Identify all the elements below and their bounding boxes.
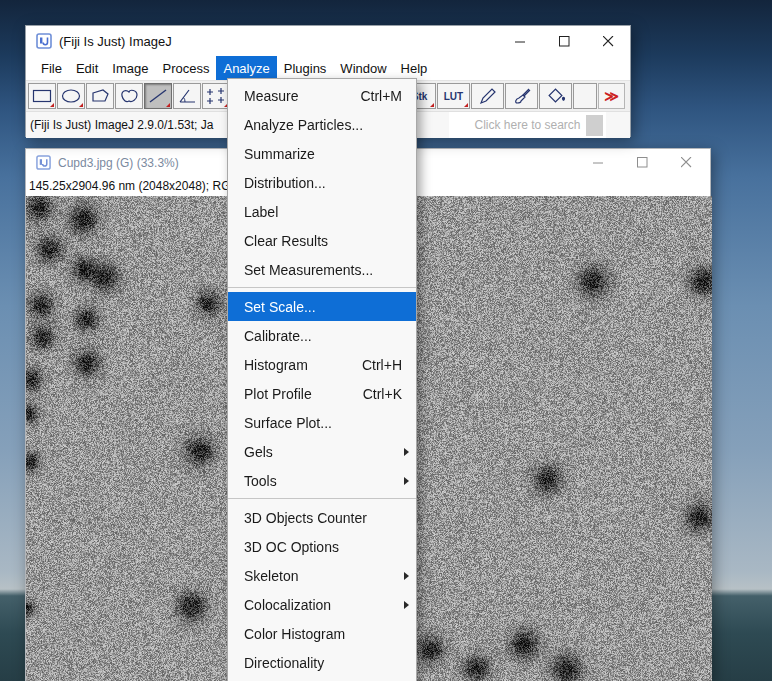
close-icon bbox=[603, 36, 614, 47]
submenu-arrow-icon bbox=[404, 448, 409, 456]
more-tools-icon: ≫ bbox=[604, 88, 619, 104]
main-titlebar[interactable]: (Fiji Is Just) ImageJ bbox=[26, 26, 630, 56]
menubar-item-edit[interactable]: Edit bbox=[69, 56, 105, 80]
empty-tool-button[interactable] bbox=[573, 83, 597, 109]
close-icon bbox=[681, 157, 692, 168]
analyze-dropdown-menu: Measure Ctrl+M Analyze Particles... Summ… bbox=[227, 78, 417, 681]
menu-item-summarize[interactable]: Summarize bbox=[228, 139, 416, 168]
menu-item-tools[interactable]: Tools bbox=[228, 466, 416, 495]
minimize-icon bbox=[593, 157, 604, 168]
menu-item-label: 3D Objects Counter bbox=[244, 510, 367, 526]
menu-item-label: Color Histogram bbox=[244, 626, 345, 642]
angle-tool-button[interactable] bbox=[173, 83, 201, 109]
status-text: (Fiji Is Just) ImageJ 2.9.0/1.53t; Ja bbox=[26, 118, 213, 132]
image-window-controls bbox=[576, 149, 708, 176]
rectangle-tool-button[interactable] bbox=[28, 83, 56, 109]
main-window-title: (Fiji Is Just) ImageJ bbox=[59, 34, 172, 49]
maximize-icon bbox=[637, 157, 648, 168]
menu-separator bbox=[228, 287, 416, 288]
menu-item-directionality[interactable]: Directionality bbox=[228, 648, 416, 677]
pencil-tool-icon bbox=[477, 86, 499, 106]
image-window-title: Cupd3.jpg (G) (33.3%) bbox=[58, 156, 179, 170]
menu-item-set-scale[interactable]: Set Scale... bbox=[228, 292, 416, 321]
menu-item-gels[interactable]: Gels bbox=[228, 437, 416, 466]
menubar-item-file[interactable]: File bbox=[34, 56, 69, 80]
dropdown-marker-icon bbox=[464, 103, 468, 107]
point-tool-button[interactable] bbox=[202, 83, 230, 109]
menu-item-label: Colocalization bbox=[244, 597, 331, 613]
menu-item-label: Surface Plot... bbox=[244, 415, 332, 431]
menu-item-color-histogram[interactable]: Color Histogram bbox=[228, 619, 416, 648]
angle-tool-icon bbox=[176, 86, 198, 106]
menubar-item-analyze[interactable]: Analyze bbox=[216, 56, 276, 80]
main-window-controls bbox=[498, 26, 630, 56]
submenu-arrow-icon bbox=[404, 477, 409, 485]
menu-item-analyze-particles[interactable]: Analyze Particles... bbox=[228, 110, 416, 139]
menubar-item-window[interactable]: Window bbox=[333, 56, 393, 80]
line-tool-button[interactable] bbox=[144, 83, 172, 109]
oval-tool-button[interactable] bbox=[57, 83, 85, 109]
menu-item-label: Analyze Particles... bbox=[244, 117, 363, 133]
menu-item-label: Set Scale... bbox=[244, 299, 316, 315]
menu-item-label: Tools bbox=[244, 473, 277, 489]
menu-item-label: Set Measurements... bbox=[244, 262, 373, 278]
polygon-tool-icon bbox=[89, 86, 111, 106]
minimize-button[interactable] bbox=[498, 26, 542, 56]
lut-tool-button[interactable]: LUT bbox=[437, 83, 470, 109]
dropdown-marker-icon bbox=[79, 103, 83, 107]
menu-item-label: Distribution... bbox=[244, 175, 326, 191]
menu-item-3d-objects-counter[interactable]: 3D Objects Counter bbox=[228, 503, 416, 532]
submenu-arrow-icon bbox=[404, 572, 409, 580]
dropdown-marker-icon bbox=[50, 103, 54, 107]
pencil-tool-button[interactable] bbox=[471, 83, 504, 109]
menu-item-measure[interactable]: Measure Ctrl+M bbox=[228, 81, 416, 110]
menu-item-label: 3D OC Options bbox=[244, 539, 339, 555]
close-button[interactable] bbox=[586, 26, 630, 56]
freehand-tool-button[interactable] bbox=[115, 83, 143, 109]
menu-item-label: Calibrate... bbox=[244, 328, 312, 344]
menu-item-label: Clear Results bbox=[244, 233, 328, 249]
close-button[interactable] bbox=[664, 149, 708, 176]
menubar-item-help[interactable]: Help bbox=[394, 56, 435, 80]
minimize-icon bbox=[515, 36, 526, 47]
menu-item-clear-results[interactable]: Clear Results bbox=[228, 226, 416, 255]
menu-item-label: Histogram bbox=[244, 357, 308, 373]
menu-item-calibrate[interactable]: Calibrate... bbox=[228, 321, 416, 350]
menu-item-label: Measure bbox=[244, 88, 298, 104]
menu-item-label: Summarize bbox=[244, 146, 315, 162]
submenu-arrow-icon bbox=[404, 601, 409, 609]
polygon-tool-button[interactable] bbox=[86, 83, 114, 109]
menu-item-label: Gels bbox=[244, 444, 273, 460]
menu-item-skeleton[interactable]: Skeleton bbox=[228, 561, 416, 590]
menubar-item-plugins[interactable]: Plugins bbox=[277, 56, 334, 80]
fill-bucket-icon bbox=[545, 86, 567, 106]
menu-item-label: Plot Profile bbox=[244, 386, 312, 402]
maximize-button[interactable] bbox=[542, 26, 586, 56]
search-input[interactable]: Click here to search bbox=[449, 112, 606, 138]
menu-shortcut: Ctrl+M bbox=[360, 88, 402, 104]
image-info-text: 145.25x2904.96 nm (2048x2048); RG bbox=[26, 179, 230, 193]
menu-separator bbox=[228, 498, 416, 499]
menu-item-label[interactable]: Label bbox=[228, 197, 416, 226]
main-menubar: File Edit Image Process Analyze Plugins … bbox=[26, 56, 630, 80]
menu-item-histogram[interactable]: Histogram Ctrl+H bbox=[228, 350, 416, 379]
maximize-button[interactable] bbox=[620, 149, 664, 176]
menu-item-distribution[interactable]: Distribution... bbox=[228, 168, 416, 197]
menubar-item-process[interactable]: Process bbox=[156, 56, 217, 80]
maximize-icon bbox=[559, 36, 570, 47]
lut-tool-label: LUT bbox=[444, 91, 463, 102]
menu-item-label: Label bbox=[244, 204, 278, 220]
menu-item-set-measurements[interactable]: Set Measurements... bbox=[228, 255, 416, 284]
menubar-item-image[interactable]: Image bbox=[105, 56, 155, 80]
menu-item-surface-plot[interactable]: Surface Plot... bbox=[228, 408, 416, 437]
dropdown-marker-icon bbox=[166, 103, 170, 107]
menu-item-3d-oc-options[interactable]: 3D OC Options bbox=[228, 532, 416, 561]
minimize-button[interactable] bbox=[576, 149, 620, 176]
menu-item-colocalization[interactable]: Colocalization bbox=[228, 590, 416, 619]
search-side-block[interactable] bbox=[586, 115, 603, 136]
menu-shortcut: Ctrl+H bbox=[362, 357, 402, 373]
paintbrush-tool-button[interactable] bbox=[505, 83, 538, 109]
fill-tool-button[interactable] bbox=[539, 83, 572, 109]
menu-item-plot-profile[interactable]: Plot Profile Ctrl+K bbox=[228, 379, 416, 408]
more-tools-button[interactable]: ≫ bbox=[598, 83, 625, 109]
